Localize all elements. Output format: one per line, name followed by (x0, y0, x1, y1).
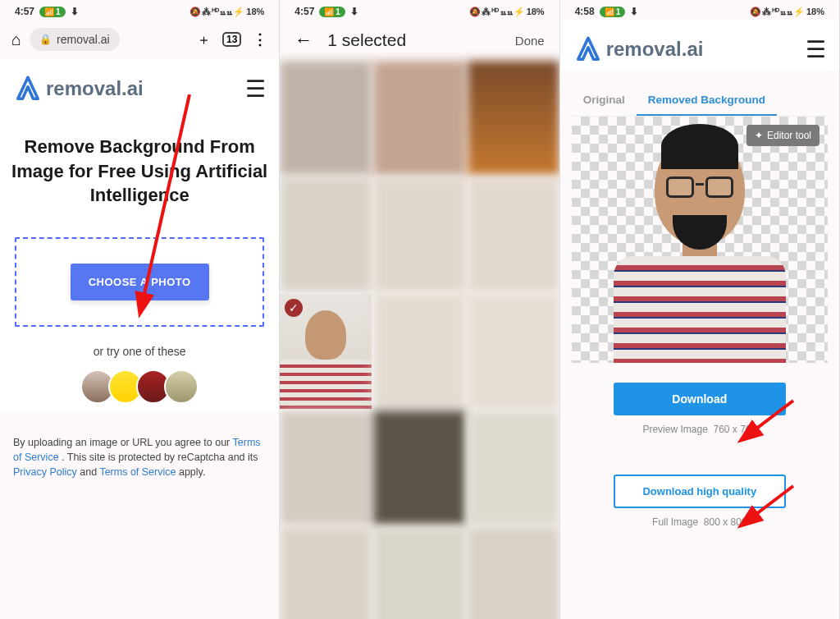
clock: 4:57 (294, 6, 314, 17)
result-tabs: Original Removed Background (572, 85, 828, 117)
or-try-label: or try one of these (11, 345, 267, 358)
back-icon[interactable]: ← (294, 30, 313, 51)
status-bar: 4:58 📶 1 ⬇ 🔕 ⁂ ᴴᴰ ₁₁ ₁₁ ⚡ 18% (560, 0, 839, 20)
gallery-thumb[interactable] (280, 527, 372, 619)
gallery-thumb[interactable] (468, 294, 559, 409)
download-icon: ⬇ (350, 6, 358, 17)
status-bar: 4:57 📶 1 ⬇ 🔕 ⁂ ᴴᴰ ₁₁ ₁₁ ⚡ 18% (0, 0, 279, 20)
cutout-image (614, 134, 786, 363)
sample-thumb[interactable] (164, 369, 199, 404)
photo-gallery: ✓ (280, 61, 559, 619)
gallery-thumb[interactable] (468, 61, 559, 176)
url-text: removal.ai (57, 33, 110, 46)
gallery-thumb[interactable] (468, 410, 559, 525)
phone-screen-3: 4:58 📶 1 ⬇ 🔕 ⁂ ᴴᴰ ₁₁ ₁₁ ⚡ 18% removal.ai… (560, 0, 840, 619)
upload-dropzone[interactable]: CHOOSE A PHOTO (15, 237, 264, 327)
results-panel: Original Removed Background ✦ Editor too… (560, 71, 839, 562)
brand-text: removal.ai (606, 38, 704, 61)
gallery-thumb[interactable] (280, 61, 372, 176)
result-preview: ✦ Editor tool (572, 117, 828, 363)
download-button[interactable]: Download (614, 383, 786, 415)
status-icons: 🔕 ⁂ ᴴᴰ ₁₁ ₁₁ ⚡ (469, 7, 523, 17)
home-icon[interactable]: ⌂ (11, 30, 21, 49)
hero-title: Remove Background From Image for Free Us… (11, 135, 267, 208)
selection-count: 1 selected (327, 30, 406, 50)
tab-removed-background[interactable]: Removed Background (637, 85, 777, 116)
site-header: removal.ai ☰ (0, 59, 279, 110)
picker-header: ← 1 selected Done (280, 20, 559, 61)
brand-logo[interactable]: removal.ai (573, 34, 704, 64)
battery-percent: 18% (246, 7, 264, 16)
url-bar[interactable]: 🔒 removal.ai (30, 28, 120, 51)
download-icon: ⬇ (71, 6, 79, 17)
download-icon: ⬇ (630, 6, 638, 17)
gallery-thumb[interactable] (373, 527, 465, 619)
done-button[interactable]: Done (515, 34, 545, 48)
status-icons: 🔕 ⁂ ᴴᴰ ₁₁ ₁₁ ⚡ (189, 7, 244, 17)
clock: 4:57 (15, 6, 34, 17)
privacy-link[interactable]: Privacy Policy (13, 466, 77, 478)
status-icons: 🔕 ⁂ ᴴᴰ ₁₁ ₁₁ ⚡ (750, 7, 804, 17)
lock-icon: 🔒 (39, 34, 52, 45)
gallery-thumb[interactable] (468, 177, 559, 292)
gallery-thumb[interactable] (280, 177, 372, 292)
site-header: removal.ai ☰ (560, 20, 839, 71)
status-bar: 4:57 📶 1 ⬇ 🔕 ⁂ ᴴᴰ ₁₁ ₁₁ ⚡ 18% (280, 0, 559, 20)
gallery-thumb[interactable] (373, 61, 465, 176)
logo-mark-icon (13, 74, 43, 103)
gallery-thumb-selected[interactable]: ✓ (280, 294, 372, 409)
hamburger-menu-icon[interactable]: ☰ (806, 36, 826, 63)
phone-screen-1: 4:57 📶 1 ⬇ 🔕 ⁂ ᴴᴰ ₁₁ ₁₁ ⚡ 18% ⌂ 🔒 remova… (0, 0, 280, 619)
gallery-thumb[interactable] (373, 177, 465, 292)
notification-pill: 📶 1 (319, 7, 345, 17)
brand-text: removal.ai (46, 77, 144, 100)
hamburger-menu-icon[interactable]: ☰ (245, 76, 266, 103)
full-info: Full Image 800 x 800 (580, 516, 819, 528)
sample-images (11, 369, 267, 404)
new-tab-icon[interactable]: ＋ (197, 30, 211, 49)
gallery-thumb[interactable] (280, 410, 372, 525)
phone-screen-2: 4:57 📶 1 ⬇ 🔕 ⁂ ᴴᴰ ₁₁ ₁₁ ⚡ 18% ← 1 select… (280, 0, 559, 619)
terms-link-2[interactable]: Terms of Service (99, 466, 176, 478)
gallery-thumb[interactable] (373, 410, 465, 525)
legal-text: By uploading an image or URL you agree t… (0, 412, 279, 502)
battery-percent: 18% (527, 7, 545, 16)
notification-pill: 📶 1 (600, 7, 626, 17)
tab-count[interactable]: 13 (222, 32, 241, 47)
logo-mark-icon (573, 34, 603, 64)
choose-photo-button[interactable]: CHOOSE A PHOTO (71, 264, 209, 300)
download-hq-button[interactable]: Download high quality (614, 475, 786, 508)
brand-logo[interactable]: removal.ai (13, 74, 144, 103)
clock: 4:58 (575, 6, 595, 17)
battery-percent: 18% (806, 7, 824, 16)
preview-info: Preview Image 760 x 760 (580, 424, 819, 435)
hero-section: Remove Background From Image for Free Us… (0, 110, 279, 412)
gallery-thumb[interactable] (468, 527, 559, 619)
more-icon[interactable]: ⋮ (253, 30, 267, 48)
checkmark-icon: ✓ (285, 299, 303, 317)
notification-pill: 📶 1 (39, 7, 66, 17)
tab-original[interactable]: Original (572, 85, 637, 116)
gallery-thumb[interactable] (373, 294, 465, 409)
browser-toolbar: ⌂ 🔒 removal.ai ＋ 13 ⋮ (0, 20, 279, 59)
